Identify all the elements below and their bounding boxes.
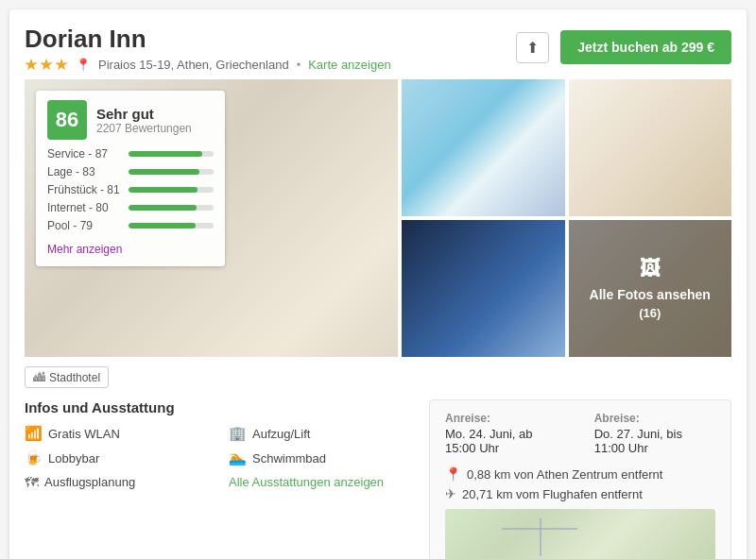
rating-bar-fill <box>129 205 197 211</box>
book-button[interactable]: Jetzt buchen ab 299 € <box>560 30 731 64</box>
mehr-anzeigen-link[interactable]: Mehr anzeigen <box>47 243 122 256</box>
rating-bar-row: Lage - 83 <box>47 165 214 178</box>
camera-icon: 🖼 <box>640 257 661 281</box>
star-3 <box>55 59 68 72</box>
separator: • <box>297 58 301 72</box>
rating-bars: Service - 87Lage - 83Frühstück - 81Inter… <box>47 147 214 232</box>
amenity-tours: 🗺 Ausflugsplanung <box>25 474 210 490</box>
checkout-label: Abreise: <box>594 412 715 425</box>
gallery-photo-room[interactable] <box>569 79 732 216</box>
rating-badge: 86 Sehr gut 2207 Bewertungen <box>47 100 214 140</box>
location-pin-icon: 📍 <box>445 466 461 482</box>
distance-center: 📍 0,88 km von Athen Zentrum entfernt <box>445 466 715 482</box>
rating-bar-fill <box>129 187 198 193</box>
location-icon: 📍 <box>76 58 91 72</box>
rating-bar-label: Service - 87 <box>47 147 123 161</box>
checkin-block: Anreise: Mo. 24. Juni, ab 15:00 Uhr <box>445 412 566 455</box>
amenity-bar: 🍺 Lobbybar <box>25 449 210 466</box>
gallery-photo-city[interactable] <box>402 220 565 357</box>
rating-label: Sehr gut <box>96 106 192 122</box>
distance-center-text: 0,88 km von Athen Zentrum entfernt <box>467 467 662 482</box>
star-1 <box>25 59 38 72</box>
map-link[interactable]: Karte anzeigen <box>308 58 390 72</box>
gallery-photo-pool[interactable] <box>402 79 565 216</box>
infos-title: Infos und Ausstattung <box>25 399 414 415</box>
photo-gallery: 86 Sehr gut 2207 Bewertungen Service - 8… <box>25 79 731 357</box>
amenities-grid: 📶 Gratis WLAN 🏢 Aufzug/Lift 🍺 Lobbybar 🏊… <box>25 425 414 490</box>
rating-bar-row: Pool - 79 <box>47 219 214 232</box>
header-right: ⬆ Jetzt buchen ab 299 € <box>516 30 731 64</box>
all-photos-text: Alle Fotos ansehen <box>590 287 711 302</box>
dates-row: Anreise: Mo. 24. Juni, ab 15:00 Uhr Abre… <box>445 412 715 455</box>
checkin-value: Mo. 24. Juni, ab 15:00 Uhr <box>445 427 566 455</box>
rating-bar-label: Frühstück - 81 <box>47 183 123 196</box>
rating-bar-track <box>129 151 214 157</box>
rating-bar-track <box>129 223 214 229</box>
hotel-type-tag: 🏙 Stadthotel <box>25 366 109 388</box>
amenity-bar-label: Lobbybar <box>48 451 99 466</box>
gallery-photo-all[interactable]: 🖼 Alle Fotos ansehen (16) <box>569 220 732 357</box>
amenity-wifi-label: Gratis WLAN <box>48 427 120 441</box>
rating-text: Sehr gut 2207 Bewertungen <box>96 106 192 135</box>
infos-right: Anreise: Mo. 24. Juni, ab 15:00 Uhr Abre… <box>429 399 731 559</box>
city-icon: 🏙 <box>33 370 45 384</box>
checkin-label: Anreise: <box>445 412 566 425</box>
infos-section: Infos und Ausstattung 📶 Gratis WLAN 🏢 Au… <box>25 399 731 559</box>
main-photo: 86 Sehr gut 2207 Bewertungen Service - 8… <box>25 79 398 357</box>
all-photos-overlay: 🖼 Alle Fotos ansehen (16) <box>569 220 732 357</box>
rating-bar-fill <box>129 151 202 157</box>
lift-icon: 🏢 <box>229 425 247 442</box>
rating-bar-label: Internet - 80 <box>47 201 123 214</box>
bar-icon: 🍺 <box>25 449 43 466</box>
amenity-pool: 🏊 Schwimmbad <box>229 449 414 466</box>
checkout-value: Do. 27. Juni, bis 11:00 Uhr <box>594 427 715 455</box>
amenity-lift-label: Aufzug/Lift <box>252 427 310 441</box>
rating-bar-track <box>129 169 214 175</box>
amenity-all[interactable]: Alle Ausstattungen anzeigen <box>229 474 414 490</box>
tour-icon: 🗺 <box>25 474 39 490</box>
tags-row: 🏙 Stadthotel <box>25 366 731 388</box>
infos-left: Infos und Ausstattung 📶 Gratis WLAN 🏢 Au… <box>25 399 414 559</box>
rating-bar-track <box>129 187 214 193</box>
rating-bar-label: Pool - 79 <box>47 219 123 232</box>
amenity-lift: 🏢 Aufzug/Lift <box>229 425 414 442</box>
rating-count: 2207 Bewertungen <box>96 122 192 135</box>
amenity-tours-label: Ausflugsplanung <box>44 475 135 489</box>
rating-bar-track <box>129 205 214 211</box>
address-text: Piraios 15-19, Athen, Griechenland <box>98 58 289 72</box>
rating-overlay: 86 Sehr gut 2207 Bewertungen Service - 8… <box>36 91 225 266</box>
rating-score: 86 <box>47 100 87 140</box>
plane-icon: ✈ <box>445 486 456 501</box>
rating-bar-row: Internet - 80 <box>47 201 214 214</box>
star-2 <box>40 59 53 72</box>
rating-bar-fill <box>129 223 196 229</box>
share-button[interactable]: ⬆ <box>516 32 549 63</box>
tag-label: Stadthotel <box>49 371 100 384</box>
wifi-icon: 📶 <box>25 425 43 442</box>
all-photos-count: (16) <box>639 306 661 320</box>
hotel-name: Dorian Inn <box>25 25 391 54</box>
star-rating <box>25 59 68 72</box>
distance-airport: ✈ 20,71 km vom Flughafen entfernt <box>445 486 715 501</box>
distance-airport-text: 20,71 km vom Flughafen entfernt <box>462 487 643 501</box>
amenity-pool-label: Schwimmbad <box>252 451 326 466</box>
checkout-block: Abreise: Do. 27. Juni, bis 11:00 Uhr <box>594 412 715 455</box>
rating-bar-fill <box>129 169 199 175</box>
pool-icon: 🏊 <box>229 449 247 466</box>
header-meta: 📍 Piraios 15-19, Athen, Griechenland • K… <box>25 58 391 72</box>
all-amenities-link[interactable]: Alle Ausstattungen anzeigen <box>229 475 384 489</box>
header: Dorian Inn 📍 Piraios 15-19, Athen, Griec… <box>25 25 731 72</box>
rating-bar-label: Lage - 83 <box>47 165 123 178</box>
header-left: Dorian Inn 📍 Piraios 15-19, Athen, Griec… <box>25 25 391 72</box>
rating-bar-row: Service - 87 <box>47 147 214 161</box>
amenity-wifi: 📶 Gratis WLAN <box>25 425 210 442</box>
map-thumbnail[interactable] <box>445 509 715 559</box>
hotel-card: Dorian Inn 📍 Piraios 15-19, Athen, Griec… <box>9 9 747 559</box>
rating-bar-row: Frühstück - 81 <box>47 183 214 196</box>
